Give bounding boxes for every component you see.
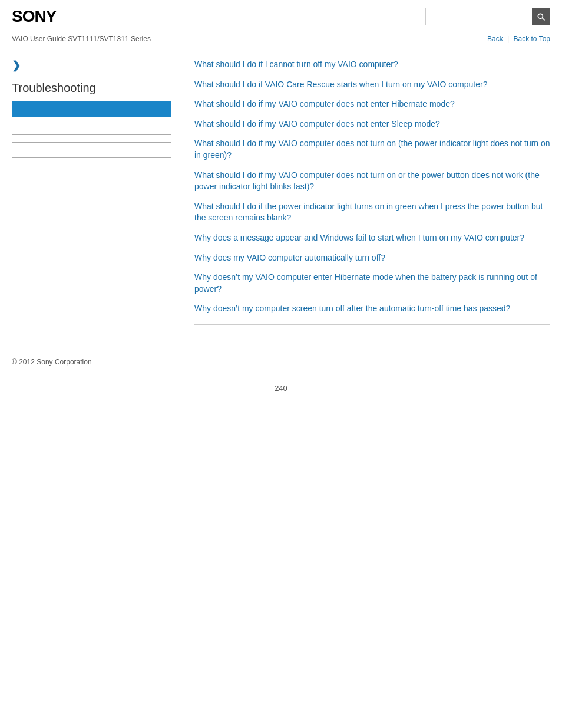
sidebar-divider-3 [12,142,171,143]
nav-bar: VAIO User Guide SVT1111/SVT1311 Series B… [0,31,562,47]
sidebar-divider-4 [12,150,171,150]
list-item: What should I do if the power indicator … [194,201,550,224]
list-item: What should I do if my VAIO computer doe… [194,138,550,161]
content-link-7[interactable]: Why does a message appear and Windows fa… [194,233,524,242]
content-link-8[interactable]: Why does my VAIO computer automatically … [194,253,385,262]
content-link-1[interactable]: What should I do if VAIO Care Rescue sta… [194,80,487,89]
page-header: SONY [0,0,562,31]
list-item: Why does a message appear and Windows fa… [194,232,550,244]
sidebar-links [12,127,171,158]
back-link[interactable]: Back [487,35,503,43]
list-item: What should I do if VAIO Care Rescue sta… [194,79,550,91]
content-link-10[interactable]: Why doesn’t my computer screen turn off … [194,304,510,313]
main-content: ❯ Troubleshooting What should I do if I … [0,47,562,346]
page-footer: © 2012 Sony Corporation [0,346,562,378]
content-link-2[interactable]: What should I do if my VAIO computer doe… [194,99,455,108]
sidebar-title: Troubleshooting [12,81,171,95]
copyright-text: © 2012 Sony Corporation [12,358,92,366]
nav-links: Back | Back to Top [487,35,550,43]
sidebar-highlight-bar [12,101,171,117]
sidebar-divider-1 [12,127,171,127]
content-links-list: What should I do if I cannot turn off my… [194,59,550,315]
content-link-0[interactable]: What should I do if I cannot turn off my… [194,60,398,69]
list-item: What should I do if my VAIO computer doe… [194,170,550,193]
expand-icon[interactable]: ❯ [12,59,171,72]
list-item: What should I do if my VAIO computer doe… [194,118,550,130]
list-item: Why doesn’t my computer screen turn off … [194,303,550,315]
sidebar-divider-5 [12,157,171,158]
back-to-top-link[interactable]: Back to Top [514,35,550,43]
sony-logo: SONY [12,7,56,26]
search-box [425,8,550,25]
content-link-3[interactable]: What should I do if my VAIO computer doe… [194,119,440,129]
content-link-6[interactable]: What should I do if the power indicator … [194,202,543,223]
search-button[interactable] [532,8,550,25]
content-divider [194,324,550,325]
list-item: Why does my VAIO computer automatically … [194,252,550,264]
page-number: 240 [0,378,562,398]
content-area: What should I do if I cannot turn off my… [183,59,550,334]
guide-title: VAIO User Guide SVT1111/SVT1311 Series [12,35,151,43]
content-link-9[interactable]: Why doesn’t my VAIO computer enter Hiber… [194,272,537,294]
sidebar: ❯ Troubleshooting [12,59,183,334]
content-link-4[interactable]: What should I do if my VAIO computer doe… [194,139,550,160]
list-item: Why doesn’t my VAIO computer enter Hiber… [194,272,550,295]
search-input[interactable] [426,8,532,25]
search-icon [536,12,546,21]
list-item: What should I do if my VAIO computer doe… [194,98,550,110]
nav-separator: | [507,35,509,43]
content-link-5[interactable]: What should I do if my VAIO computer doe… [194,170,540,192]
sidebar-divider-2 [12,134,171,135]
list-item: What should I do if I cannot turn off my… [194,59,550,71]
